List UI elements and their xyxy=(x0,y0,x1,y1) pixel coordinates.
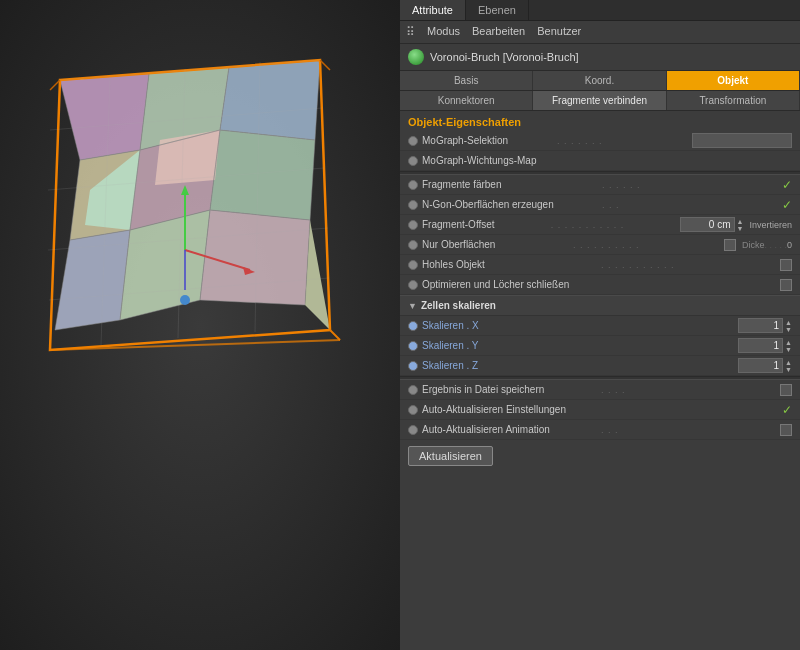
prop-dot xyxy=(408,260,418,270)
subtab-konnektoren[interactable]: Konnektoren xyxy=(400,91,533,110)
skalieren-z-spinner[interactable]: ▲▼ xyxy=(785,359,792,373)
fragment-offset-input[interactable] xyxy=(680,217,735,232)
skalieren-x-input[interactable] xyxy=(738,318,783,333)
prop-dot xyxy=(408,180,418,190)
aktualisieren-button[interactable]: Aktualisieren xyxy=(408,446,493,466)
prop-optimieren: Optimieren und Löcher schließen xyxy=(400,275,800,295)
dicke-dots: . . . . . xyxy=(764,240,787,250)
prop-mograph-wichtungs: MoGraph-Wichtungs-Map xyxy=(400,151,800,171)
prop-ergebnis: Ergebnis in Datei speichern . . . . xyxy=(400,380,800,400)
prop-ngon: N-Gon-Oberflächen erzeugen . . . ✓ xyxy=(400,195,800,215)
svg-marker-9 xyxy=(200,210,310,305)
prop-skalieren-z: Skalieren . Z ▲▼ xyxy=(400,356,800,376)
subtab-basis[interactable]: Basis xyxy=(400,71,533,90)
tab-bar: Attribute Ebenen xyxy=(400,0,800,21)
prop-dot xyxy=(408,405,418,415)
prop-label-auto-einstellungen: Auto-Aktualisieren Einstellungen xyxy=(422,404,778,415)
prop-label-ngon: N-Gon-Oberflächen erzeugen xyxy=(422,199,602,210)
prop-dot xyxy=(408,220,418,230)
object-icon xyxy=(408,49,424,65)
svg-line-28 xyxy=(330,330,340,340)
fragmente-farben-check: ✓ xyxy=(782,178,792,192)
prop-dot xyxy=(408,321,418,331)
hohles-objekt-checkbox[interactable] xyxy=(780,259,792,271)
prop-dot xyxy=(408,280,418,290)
skalieren-y-spinner[interactable]: ▲▼ xyxy=(785,339,792,353)
prop-dot xyxy=(408,361,418,371)
prop-dot xyxy=(408,425,418,435)
prop-label-fragmente-farben: Fragmente färben xyxy=(422,179,602,190)
skalieren-z-input[interactable] xyxy=(738,358,783,373)
prop-mograph-selektion: MoGraph-Selektion . . . . . . . xyxy=(400,131,800,151)
prop-label-skalieren-x: Skalieren . X xyxy=(422,320,738,331)
menu-bearbeiten[interactable]: Bearbeiten xyxy=(472,25,525,39)
prop-dot xyxy=(408,385,418,395)
zellen-skalieren-header[interactable]: ▼ Zellen skalieren xyxy=(400,295,800,316)
voronoi-object xyxy=(30,50,350,370)
menu-benutzer[interactable]: Benutzer xyxy=(537,25,581,39)
object-name: Voronoi-Bruch [Voronoi-Bruch] xyxy=(430,51,579,63)
prop-label-hohles-objekt: Hohles Objekt xyxy=(422,259,601,270)
subtab-row-1: Basis Koord. Objekt xyxy=(400,71,800,91)
svg-point-42 xyxy=(180,295,190,305)
svg-marker-6 xyxy=(210,130,315,220)
zellen-skalieren-title: Zellen skalieren xyxy=(421,300,496,311)
prop-fragment-offset: Fragment-Offset . . . . . . . . . . . ▲▼… xyxy=(400,215,800,235)
properties-panel: Attribute Ebenen ⠿ Modus Bearbeiten Benu… xyxy=(400,0,800,650)
prop-nur-oberflachen: Nur Oberflächen . . . . . . . . . . Dick… xyxy=(400,235,800,255)
prop-label-mograph-wichtungs: MoGraph-Wichtungs-Map xyxy=(422,155,792,166)
auto-einstellungen-check: ✓ xyxy=(782,403,792,417)
properties-area: Objekt-Eigenschaften MoGraph-Selektion .… xyxy=(400,111,800,650)
subtab-row-2: Konnektoren Fragmente verbinden Transfor… xyxy=(400,91,800,111)
dicke-val: 0 xyxy=(787,240,792,250)
prop-fragmente-farben: Fragmente färben . . . . . . ✓ xyxy=(400,175,800,195)
tab-ebenen[interactable]: Ebenen xyxy=(466,0,529,20)
dicke-label: Dicke xyxy=(742,240,765,250)
grid-icon: ⠿ xyxy=(406,25,415,39)
optimieren-checkbox[interactable] xyxy=(780,279,792,291)
subtab-koord[interactable]: Koord. xyxy=(533,71,666,90)
prop-label-optimieren: Optimieren und Löcher schließen xyxy=(422,279,780,290)
subtab-fragmente-verbinden[interactable]: Fragmente verbinden xyxy=(533,91,666,110)
3d-viewport[interactable] xyxy=(0,0,400,650)
prop-dot xyxy=(408,200,418,210)
prop-label-auto-animation: Auto-Aktualisieren Animation xyxy=(422,424,601,435)
svg-marker-7 xyxy=(55,230,130,330)
prop-auto-animation: Auto-Aktualisieren Animation . . . xyxy=(400,420,800,440)
ergebnis-checkbox[interactable] xyxy=(780,384,792,396)
prop-label-fragment-offset: Fragment-Offset xyxy=(422,219,551,230)
section-title: Objekt-Eigenschaften xyxy=(400,111,800,131)
prop-label-ergebnis: Ergebnis in Datei speichern xyxy=(422,384,601,395)
nur-oberflachen-checkbox[interactable] xyxy=(724,239,736,251)
menu-modus[interactable]: Modus xyxy=(427,25,460,39)
menu-bar: ⠿ Modus Bearbeiten Benutzer xyxy=(400,21,800,44)
subtab-objekt[interactable]: Objekt xyxy=(667,71,800,90)
prop-label-skalieren-z: Skalieren . Z xyxy=(422,360,738,371)
collapse-arrow-icon: ▼ xyxy=(408,301,417,311)
object-header: Voronoi-Bruch [Voronoi-Bruch] xyxy=(400,44,800,71)
svg-marker-3 xyxy=(220,60,320,140)
invertieren-check: Invertieren xyxy=(749,220,792,230)
fragment-offset-spinner[interactable]: ▲▼ xyxy=(737,218,744,232)
prop-dot xyxy=(408,136,418,146)
prop-label-skalieren-y: Skalieren . Y xyxy=(422,340,738,351)
prop-dot xyxy=(408,156,418,166)
subtab-transformation[interactable]: Transformation xyxy=(667,91,800,110)
prop-dot xyxy=(408,341,418,351)
prop-skalieren-x: Skalieren . X ▲▼ xyxy=(400,316,800,336)
tab-attribute[interactable]: Attribute xyxy=(400,0,466,20)
prop-auto-einstellungen: Auto-Aktualisieren Einstellungen ✓ xyxy=(400,400,800,420)
skalieren-x-spinner[interactable]: ▲▼ xyxy=(785,319,792,333)
svg-line-27 xyxy=(50,340,340,350)
mograph-selektion-input[interactable] xyxy=(692,133,792,148)
prop-dot xyxy=(408,240,418,250)
auto-animation-checkbox[interactable] xyxy=(780,424,792,436)
ngon-check: ✓ xyxy=(782,198,792,212)
prop-label-mograph-selektion: MoGraph-Selektion xyxy=(422,135,557,146)
prop-label-nur-oberflachen: Nur Oberflächen xyxy=(422,239,573,250)
prop-skalieren-y: Skalieren . Y ▲▼ xyxy=(400,336,800,356)
prop-hohles-objekt: Hohles Objekt . . . . . . . . . . . xyxy=(400,255,800,275)
skalieren-y-input[interactable] xyxy=(738,338,783,353)
